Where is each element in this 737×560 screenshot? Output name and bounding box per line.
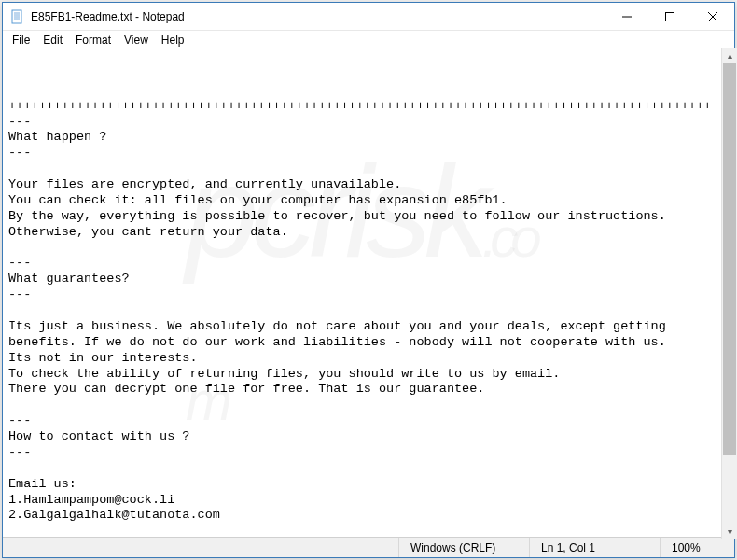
- menubar: File Edit Format View Help: [3, 31, 734, 49]
- menu-help[interactable]: Help: [156, 33, 190, 47]
- svg-rect-6: [666, 13, 674, 21]
- document-text: ++++++++++++++++++++++++++++++++++++++++…: [8, 99, 729, 537]
- status-zoom: 100%: [660, 538, 734, 557]
- window-title: E85FB1-Readme.txt - Notepad: [31, 10, 605, 23]
- text-area[interactable]: pcrisk.com +++++++++++++++++++++++++++++…: [3, 49, 734, 537]
- titlebar[interactable]: E85FB1-Readme.txt - Notepad: [3, 3, 734, 31]
- menu-edit[interactable]: Edit: [37, 33, 68, 47]
- status-encoding: Windows (CRLF): [398, 538, 529, 557]
- notepad-icon: [10, 9, 25, 24]
- notepad-window: E85FB1-Readme.txt - Notepad File Edit Fo…: [2, 2, 735, 558]
- status-spacer: [3, 538, 398, 557]
- scroll-up-icon[interactable]: ▴: [722, 48, 737, 63]
- menu-file[interactable]: File: [7, 33, 35, 47]
- statusbar: Windows (CRLF) Ln 1, Col 1 100%: [3, 537, 734, 557]
- maximize-button[interactable]: [648, 3, 691, 31]
- menu-format[interactable]: Format: [70, 33, 117, 47]
- close-button[interactable]: [691, 3, 734, 31]
- minimize-button[interactable]: [605, 3, 648, 31]
- status-position: Ln 1, Col 1: [529, 538, 660, 557]
- window-controls: [605, 3, 734, 30]
- menu-view[interactable]: View: [118, 33, 154, 47]
